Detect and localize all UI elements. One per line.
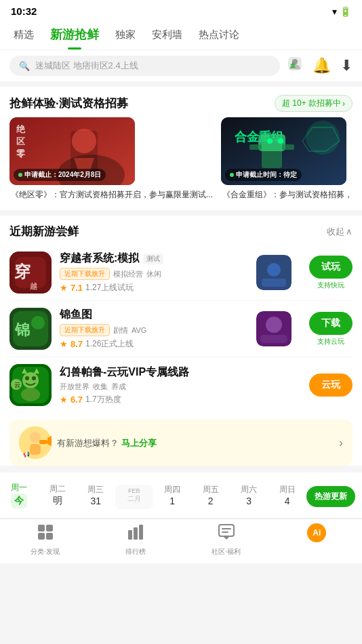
battery-icon: 🔋 — [340, 6, 351, 17]
share-banner[interactable]: 📢 有新游想爆料？ 马上分享 › — [9, 420, 353, 466]
svg-text:区: 区 — [16, 136, 25, 146]
aside-thumb-traveler — [256, 255, 291, 290]
nav-community[interactable]: 社区·福利 — [181, 523, 272, 557]
recent-section-title: 近期新游尝鲜 — [9, 224, 79, 239]
nav-profile[interactable]: Ai — [272, 523, 363, 557]
svg-text:穿: 穿 — [14, 262, 31, 281]
share-arrow: › — [339, 436, 343, 450]
weekday-sunday[interactable]: 周日 4 — [268, 481, 307, 512]
weekday-num-mon: 今 — [11, 494, 27, 508]
svg-rect-54 — [39, 440, 47, 444]
action-jinyu: 下载 支持云玩 — [309, 312, 353, 346]
carousel-row: 绝 区 零 申请截止：2024年2月8日 《绝区零》：官方测试资格招募开启，参与… — [9, 117, 353, 210]
download-button-jinyu[interactable]: 下载 — [309, 312, 353, 335]
svg-text:云: 云 — [14, 382, 20, 388]
bell-icon[interactable]: 🔔 — [313, 57, 331, 75]
nav-classify[interactable]: 分类·发现 — [0, 523, 91, 557]
search-box[interactable]: 🔍 迷城陆区 地痞街区2.4上线 — [9, 56, 280, 76]
avatar-icon[interactable]: 盒 — [287, 56, 303, 76]
weekday-num-wed: 31 — [90, 496, 101, 506]
tab-redian[interactable]: 热点讨论 — [192, 22, 246, 48]
play-button-hpalu[interactable]: 云玩 — [309, 374, 353, 397]
hot-update-button[interactable]: 热游更新 — [306, 486, 355, 507]
action-sub-jinyu: 支持云玩 — [317, 337, 344, 346]
svg-rect-53 — [30, 444, 41, 455]
star-icon: ★ — [60, 283, 68, 293]
share-text: 有新游想爆料？ 马上分享 — [57, 438, 157, 448]
nav-rank[interactable]: 排行榜 — [91, 523, 182, 557]
weekday-label-mon: 周一 — [11, 482, 27, 494]
nav-tabs: 精选 新游抢鲜 独家 安利墙 热点讨论 — [0, 20, 362, 50]
weekday-label-fri: 周五 — [203, 484, 219, 496]
weekday-tuesday[interactable]: 周二 明 — [39, 481, 77, 512]
weekday-monday[interactable]: 周一 今 — [0, 479, 39, 514]
wifi-icon: ▾ — [332, 6, 337, 17]
svg-text:零: 零 — [16, 148, 26, 159]
svg-text:绝: 绝 — [16, 124, 26, 134]
collapse-button[interactable]: 收起 ∧ — [327, 226, 353, 238]
svg-point-46 — [21, 388, 40, 401]
bottom-nav: 分类·发现 排行榜 社区·福利 Ai — [0, 519, 362, 563]
carousel-card-juequling[interactable]: 绝 区 零 申请截止：2024年2月8日 《绝区零》：官方测试资格招募开启，参与… — [9, 117, 214, 201]
svg-rect-18 — [249, 144, 262, 150]
search-icon: 🔍 — [19, 61, 30, 71]
svg-rect-58 — [46, 525, 53, 531]
weekday-thursday[interactable]: 周四 1 — [153, 481, 192, 512]
weekday-num-sat: 3 — [246, 496, 252, 506]
test-badge[interactable]: 超 10+ 款招募中 › — [275, 95, 353, 112]
weekday-saturday[interactable]: 周六 3 — [230, 481, 268, 512]
weekday-wednesday[interactable]: 周三 31 — [77, 481, 115, 512]
svg-point-15 — [267, 138, 273, 144]
recent-section: 近期新游尝鲜 收起 ∧ 穿 越 穿越者系统:模拟 测试 近期下载旗升 模拟经营 … — [0, 216, 362, 466]
tab-dujia[interactable]: 独家 — [108, 22, 142, 48]
game-item-traveler: 穿 越 穿越者系统:模拟 测试 近期下载旗升 模拟经营 休闲 ★ 7.1 1.2… — [9, 245, 353, 301]
tab-xinyou[interactable]: 新游抢鲜 — [43, 20, 106, 49]
play-button-traveler[interactable]: 试玩 — [309, 256, 353, 279]
svg-rect-40 — [260, 335, 287, 343]
carousel-img-1: 绝 区 零 申请截止：2024年2月8日 — [9, 117, 135, 185]
game-icon-hpalu: 云 — [9, 364, 52, 406]
game-icon-traveler: 穿 越 — [9, 251, 52, 294]
svg-rect-61 — [128, 530, 132, 540]
weekday-num-feb: 二月 — [127, 494, 141, 504]
card-desc-1: 《绝区零》：官方测试资格招募开启，参与赢限量测试... — [9, 185, 214, 201]
game-name-jinyu: 锦鱼图 — [60, 308, 92, 322]
svg-rect-63 — [139, 525, 143, 540]
status-icons: ▾ 🔋 — [332, 6, 351, 17]
weekday-label-wed: 周三 — [87, 484, 104, 496]
search-placeholder: 迷城陆区 地痞街区2.4上线 — [35, 60, 138, 72]
search-row: 🔍 迷城陆区 地痞街区2.4上线 盒 🔔 ⬇ — [0, 50, 362, 81]
status-time: 10:32 — [11, 5, 37, 17]
genre-1: 模拟经营 — [113, 269, 143, 279]
action-sub-traveler: 支持快玩 — [317, 281, 344, 290]
weekday-feb: FEB 二月 — [115, 485, 154, 509]
svg-rect-64 — [219, 525, 234, 536]
svg-rect-60 — [46, 533, 53, 540]
card-tag-2: 申请截止时间：待定 — [225, 169, 302, 181]
genre-jinyu-2: AVG — [132, 326, 146, 334]
game-item-jinyu: 锦 锦鱼图 近期下载旗升 剧情 AVG ★ 8.7 1.26正式上线 下载 支持… — [9, 301, 353, 357]
share-avatar: 📢 — [19, 426, 52, 459]
weekday-num-fri: 2 — [208, 496, 214, 506]
card-desc-2: 《合金重组》：参与测试资格招募，赢2月限量测试资格 — [221, 185, 353, 201]
svg-point-45 — [32, 376, 36, 380]
download-icon[interactable]: ⬇ — [340, 57, 353, 75]
profile-avatar: Ai — [307, 523, 326, 542]
tab-jingxuan[interactable]: 精选 — [7, 22, 41, 48]
nav-label-rank: 排行榜 — [125, 547, 146, 557]
svg-text:锦: 锦 — [14, 321, 30, 338]
classify-icon — [37, 523, 54, 545]
test-section-header: 抢鲜体验·测试资格招募 超 10+ 款招募中 › — [9, 87, 353, 117]
game-info-hpalu: 幻兽帕鲁-云玩VIP专属线路 开放世界 收集 养成 ★ 6.7 1.7万热度 — [60, 365, 301, 405]
aside-thumb-jinyu — [256, 311, 291, 346]
svg-text:越: 越 — [29, 282, 37, 290]
carousel-card-hejin[interactable]: 合金重组 申请截止时间：待定 《合金重组》：参与测试资格招 — [221, 117, 353, 201]
action-hpalu: 云玩 — [309, 374, 353, 397]
tab-anli[interactable]: 安利墙 — [145, 22, 189, 48]
star-icon-jinyu: ★ — [60, 339, 68, 349]
svg-rect-66 — [222, 528, 231, 529]
svg-rect-67 — [222, 531, 228, 533]
weekday-friday[interactable]: 周五 2 — [192, 481, 230, 512]
game-icon-jinyu: 锦 — [9, 308, 52, 350]
nav-label-community: 社区·福利 — [212, 547, 241, 557]
